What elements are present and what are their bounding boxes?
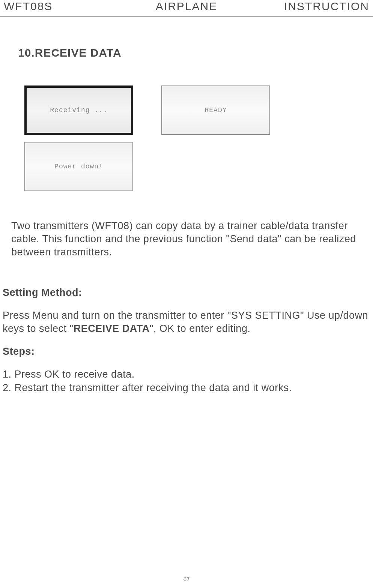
header-model: WFT08S — [4, 0, 126, 13]
instruction-bold: RECEIVE DATA — [74, 323, 150, 334]
header-category: AIRPLANE — [126, 0, 248, 13]
lcd-power-down: Power down! — [24, 142, 133, 191]
page-header: WFT08S AIRPLANE INSTRUCTION — [0, 0, 373, 16]
lcd-receiving: Receiving ... — [24, 86, 133, 135]
lcd-row-2: Power down! — [24, 142, 373, 191]
lcd-screens-group: Receiving ... READY Power down! — [24, 86, 373, 191]
steps-title: Steps: — [3, 346, 373, 357]
steps-section: Steps: 1. Press OK to receive data. 2. R… — [3, 346, 373, 394]
header-doc-type: INSTRUCTION — [247, 0, 369, 13]
setting-method-section: Setting Method: Press Menu and turn on t… — [3, 287, 373, 335]
steps-list: 1. Press OK to receive data. 2. Restart … — [3, 368, 373, 394]
setting-method-title: Setting Method: — [3, 287, 373, 298]
description-text: Two transmitters (WFT08) can copy data b… — [11, 219, 362, 259]
step-1: 1. Press OK to receive data. — [3, 368, 373, 381]
section-title: 10.RECEIVE DATA — [18, 46, 373, 59]
instruction-post: ", OK to enter editing. — [150, 323, 251, 334]
setting-method-instruction: Press Menu and turn on the transmitter t… — [3, 309, 373, 335]
page-number: 67 — [183, 576, 190, 582]
step-2: 2. Restart the transmitter after receivi… — [3, 381, 373, 394]
lcd-ready: READY — [161, 86, 270, 135]
lcd-row-1: Receiving ... READY — [24, 86, 373, 135]
